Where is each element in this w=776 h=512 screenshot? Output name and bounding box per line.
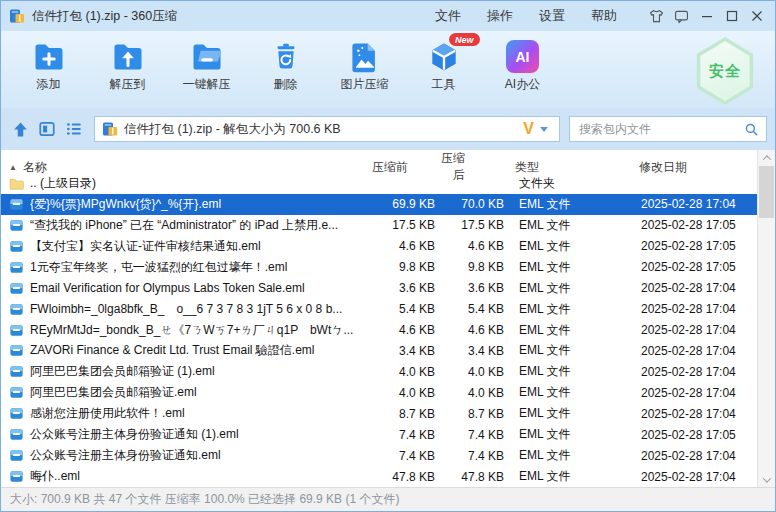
trash-icon xyxy=(267,38,304,75)
menu-file[interactable]: 文件 xyxy=(422,1,474,31)
modified-date-cell: 2025-02-28 17:05 xyxy=(627,260,757,274)
table-row[interactable]: ZAVORi Finance & Credit Ltd. Trust Email… xyxy=(1,341,757,362)
feedback-icon[interactable] xyxy=(669,1,694,31)
menu-settings[interactable]: 设置 xyxy=(526,1,578,31)
size-after-cell: 3.4 KB xyxy=(439,344,507,358)
file-type-cell: EML 文件 xyxy=(507,447,627,464)
scroll-down-button[interactable] xyxy=(758,472,775,487)
size-after-cell: 9.8 KB xyxy=(439,260,507,274)
file-rows: .. (上级目录)文件夹{爱}%{票}MPgWnkv{贷}^_%{开}.eml6… xyxy=(1,173,757,487)
toolbar-delete-button[interactable]: 删除 xyxy=(246,38,325,93)
size-after-cell: 7.4 KB xyxy=(439,428,507,442)
table-row[interactable]: 阿里巴巴集团会员邮箱验证 (1).eml4.0 KB4.0 KBEML 文件20… xyxy=(1,361,757,382)
file-name: 阿里巴巴集团会员邮箱验证.eml xyxy=(30,384,197,401)
file-type-cell: EML 文件 xyxy=(507,322,627,339)
file-type-cell: EML 文件 xyxy=(507,468,627,485)
archive-path-box[interactable]: 信件打包 (1).zip - 解包大小为 700.6 KB V xyxy=(94,116,560,142)
minimize-button[interactable] xyxy=(694,1,719,31)
file-type-cell: EML 文件 xyxy=(507,342,627,359)
file-name-cell: 【支付宝】实名认证-证件审核结果通知.eml xyxy=(1,238,369,255)
window-title: 信件打包 (1).zip - 360压缩 xyxy=(32,8,177,25)
file-type-cell: EML 文件 xyxy=(507,405,627,422)
size-before-cell: 4.6 KB xyxy=(369,239,439,253)
chevron-down-icon xyxy=(540,127,548,132)
title-bar: 信件打包 (1).zip - 360压缩 文件操作设置帮助 xyxy=(1,1,775,31)
table-row[interactable]: 感谢您注册使用此软件！.eml8.7 KB8.7 KBEML 文件2025-02… xyxy=(1,403,757,424)
menu-operation[interactable]: 操作 xyxy=(474,1,526,31)
vip-v-icon: V xyxy=(523,121,534,137)
size-before-cell: 7.4 KB xyxy=(369,428,439,442)
toolbar-extract-to-button[interactable]: 解压到 xyxy=(88,38,167,93)
table-row[interactable]: {爱}%{票}MPgWnkv{贷}^_%{开}.eml69.9 KB70.0 K… xyxy=(1,194,757,215)
modified-date-cell: 2025-02-28 17:04 xyxy=(627,323,757,337)
file-name-cell: .. (上级目录) xyxy=(1,175,369,192)
skin-button[interactable] xyxy=(644,1,669,31)
folder-add-icon xyxy=(30,38,67,75)
toolbar-image-compress-button[interactable]: 图片压缩 xyxy=(325,38,404,93)
safe-shield-label: 安全 xyxy=(709,62,741,81)
size-after-cell: 4.6 KB xyxy=(439,239,507,253)
modified-date-cell: 2025-02-28 17:05 xyxy=(627,218,757,232)
safe-shield-badge[interactable]: 安全 xyxy=(693,37,757,105)
table-row[interactable]: REyMrMtJd=_bondk_B_ㄝ《7ㄋWㄎ7+ㄌ厂ㄐq1P bWtㄅ..… xyxy=(1,320,757,341)
table-row[interactable]: .. (上级目录)文件夹 xyxy=(1,173,757,194)
eml-file-icon xyxy=(9,406,24,421)
table-row[interactable]: FWloimbh=_0lga8bfk_B_ o__6 7 3 7 8 3 1jT… xyxy=(1,299,757,320)
file-type-cell: EML 文件 xyxy=(507,301,627,318)
folder-extract-icon xyxy=(109,38,146,75)
up-level-button[interactable] xyxy=(9,118,31,140)
address-bar: 信件打包 (1).zip - 解包大小为 700.6 KB V xyxy=(1,108,775,150)
file-name-cell: 公众账号注册主体身份验证通知 (1).eml xyxy=(1,426,369,443)
close-button[interactable] xyxy=(744,1,769,31)
toolbar-add-button[interactable]: 添加 xyxy=(9,38,88,93)
eml-file-icon xyxy=(9,197,24,212)
file-name-cell: 公众账号注册主体身份验证通知.eml xyxy=(1,447,369,464)
file-name-cell: 阿里巴巴集团会员邮箱验证 (1).eml xyxy=(1,363,369,380)
file-name: .. (上级目录) xyxy=(30,175,96,192)
file-name: 公众账号注册主体身份验证通知 (1).eml xyxy=(30,426,239,443)
table-row[interactable]: Email Verification for Olympus Labs Toke… xyxy=(1,278,757,299)
size-after-cell: 17.5 KB xyxy=(439,218,507,232)
scrollbar-thumb[interactable] xyxy=(759,166,774,218)
table-row[interactable]: 公众账号注册主体身份验证通知.eml7.4 KB7.4 KBEML 文件2025… xyxy=(1,445,757,466)
file-name: REyMrMtJd=_bondk_B_ㄝ《7ㄋWㄎ7+ㄌ厂ㄐq1P bWtㄅ..… xyxy=(30,322,353,339)
status-text: 大小: 700.9 KB 共 47 个文件 压缩率 100.0% 已经选择 69… xyxy=(10,491,399,508)
toolbar-one-click-extract-button[interactable]: 一键解压 xyxy=(167,38,246,93)
app-window: 信件打包 (1).zip - 360压缩 文件操作设置帮助 xyxy=(0,0,776,512)
toolbar-tools-button[interactable]: 工具New xyxy=(404,38,483,93)
menu-help[interactable]: 帮助 xyxy=(578,1,630,31)
vip-dropdown[interactable]: V xyxy=(519,121,552,137)
maximize-button[interactable] xyxy=(719,1,744,31)
table-row[interactable]: 公众账号注册主体身份验证通知 (1).eml7.4 KB7.4 KBEML 文件… xyxy=(1,424,757,445)
size-before-cell: 47.8 KB xyxy=(369,470,439,484)
eml-file-icon xyxy=(9,364,24,379)
search-input[interactable] xyxy=(577,121,744,137)
toolbar: 添加解压到一键解压删除图片压缩工具NewAIAI办公 安全 xyxy=(1,31,775,108)
size-after-cell: 7.4 KB xyxy=(439,449,507,463)
table-row[interactable]: 1元夺宝年终奖，屯一波猛烈的红包过壕年！.eml9.8 KB9.8 KBEML … xyxy=(1,257,757,278)
table-row[interactable]: 阿里巴巴集团会员邮箱验证.eml4.0 KB4.0 KBEML 文件2025-0… xyxy=(1,382,757,403)
search-icon[interactable] xyxy=(744,122,759,137)
toolbar-one-click-extract-label: 一键解压 xyxy=(183,76,231,93)
size-before-cell: 5.4 KB xyxy=(369,302,439,316)
eml-file-icon xyxy=(9,469,24,484)
file-type-cell: EML 文件 xyxy=(507,238,627,255)
size-after-cell: 5.4 KB xyxy=(439,302,507,316)
list-view-icon[interactable] xyxy=(63,118,85,140)
table-row[interactable]: 【支付宝】实名认证-证件审核结果通知.eml4.6 KB4.6 KBEML 文件… xyxy=(1,236,757,257)
scroll-up-button[interactable] xyxy=(758,150,775,165)
file-type-cell: EML 文件 xyxy=(507,196,627,213)
table-row[interactable]: “查找我的 iPhone” 已在 “Administrator” 的 iPad … xyxy=(1,215,757,236)
size-before-cell: 7.4 KB xyxy=(369,449,439,463)
file-type-cell: EML 文件 xyxy=(507,259,627,276)
view-mode-icon[interactable] xyxy=(36,118,58,140)
toolbar-ai-office-button[interactable]: AIAI办公 xyxy=(483,38,562,93)
size-after-cell: 4.6 KB xyxy=(439,323,507,337)
modified-date-cell: 2025-02-28 17:04 xyxy=(627,302,757,316)
size-after-cell: 4.0 KB xyxy=(439,365,507,379)
file-name-cell: Email Verification for Olympus Labs Toke… xyxy=(1,281,369,296)
size-after-cell: 8.7 KB xyxy=(439,407,507,421)
file-name-cell: 晦仆..eml xyxy=(1,468,369,485)
table-row[interactable]: 晦仆..eml47.8 KB47.8 KBEML 文件2025-02-28 17… xyxy=(1,466,757,487)
file-type-cell: EML 文件 xyxy=(507,384,627,401)
